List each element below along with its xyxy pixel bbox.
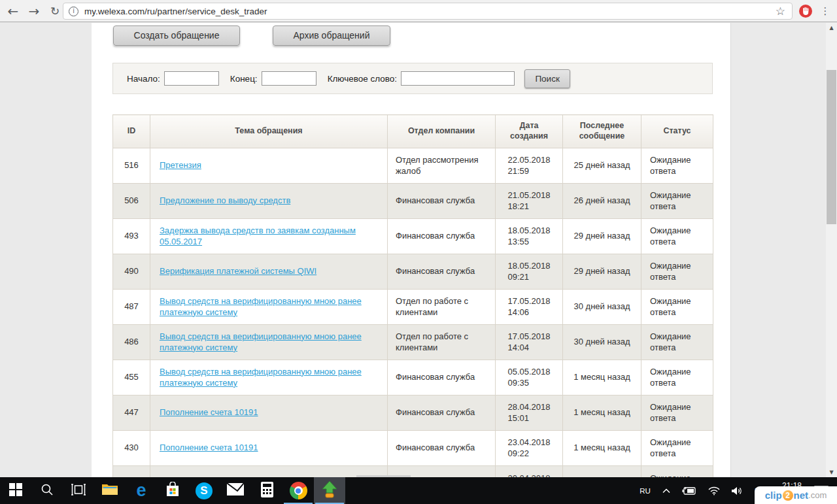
ticket-last-message: 25 дней назад	[563, 148, 641, 184]
ticket-id: 516	[113, 148, 150, 184]
ticket-last-message: 1 месяц назад	[563, 395, 641, 431]
ticket-link[interactable]: Пополнение счета 10191	[160, 443, 258, 452]
search-button[interactable]: Поиск	[524, 69, 570, 88]
ticket-status: Ожидание ответа	[641, 219, 713, 254]
clip2net-icon	[322, 481, 337, 501]
ticket-link[interactable]: Вывод средств на верифицированную мною р…	[160, 296, 362, 317]
page-viewport: Создать обращение Архив обращений Начало…	[0, 23, 837, 477]
start-button[interactable]	[0, 477, 31, 504]
ticket-link[interactable]: Пополнение счета 10191	[160, 407, 258, 417]
battery-icon[interactable]	[676, 477, 702, 504]
ticket-status: Ожидание ответа	[641, 290, 713, 325]
ticket-link[interactable]: Претензия	[160, 160, 201, 170]
forward-icon[interactable]: →	[25, 2, 43, 20]
back-icon[interactable]: ←	[4, 2, 22, 20]
header-id: ID	[113, 115, 150, 148]
task-view-icon	[71, 484, 86, 498]
ticket-status: Ожидание ответа	[641, 184, 713, 219]
ticket-id: 447	[113, 395, 150, 431]
archive-tickets-button[interactable]: Архив обращений	[273, 25, 390, 46]
filter-panel: Начало: Конец: Ключевое слово: Поиск	[112, 63, 713, 94]
watermark-net-text: net	[794, 490, 809, 501]
ticket-date: 17.05.2018	[507, 331, 550, 341]
skype-button[interactable]: S	[188, 477, 220, 504]
ticket-department: Финансовая служба	[388, 184, 496, 219]
bookmark-star-icon[interactable]: ☆	[776, 5, 785, 18]
edge-button[interactable]: e	[126, 477, 157, 504]
table-row: 20.04.2018 Ожидание ответа	[113, 466, 713, 478]
ticket-time: 09:21	[507, 272, 529, 282]
ticket-department: Финансовая служба	[388, 360, 496, 395]
watermark-two-badge: 2	[783, 490, 793, 501]
create-ticket-button[interactable]: Создать обращение	[113, 25, 240, 46]
ticket-status: Ожидание ответа	[641, 360, 713, 395]
keyword-input[interactable]	[401, 71, 515, 86]
taskbar-search-button[interactable]	[31, 477, 63, 504]
mail-button[interactable]	[220, 477, 251, 504]
page-info-icon[interactable]: i	[69, 7, 78, 16]
ticket-time: 14:04	[507, 343, 529, 352]
ticket-time: 21:59	[507, 166, 529, 176]
browser-menu-icon[interactable]: ⋮	[820, 3, 830, 19]
ticket-last-message: 26 дней назад	[563, 184, 641, 219]
ticket-link[interactable]: Предложение по выводу средств	[160, 195, 290, 205]
store-button[interactable]	[157, 477, 188, 504]
ticket-date: 05.05.2018	[507, 367, 550, 377]
ticket-last-message	[563, 466, 641, 478]
table-header-row: ID Тема обращения Отдел компании Дата со…	[113, 115, 713, 148]
end-date-input[interactable]	[262, 71, 316, 86]
adblock-extension-icon[interactable]	[799, 5, 812, 18]
scroll-down-icon[interactable]: ▼	[826, 467, 837, 477]
ticket-id: 486	[113, 325, 150, 360]
keyword-label: Ключевое слово:	[328, 74, 397, 84]
tray-flag-label[interactable]: RU	[634, 477, 657, 504]
address-bar[interactable]: i my.welexa.com/ru/partner/service_desk_…	[63, 3, 793, 20]
start-date-input[interactable]	[164, 71, 219, 86]
ticket-last-message: 1 месяц назад	[563, 360, 641, 395]
header-status: Статус	[641, 115, 713, 148]
table-row: 516 Претензия Отдел рассмотрения жалоб 2…	[113, 148, 713, 184]
ticket-date: 18.05.2018	[507, 261, 550, 271]
header-date: Дата создания	[496, 115, 563, 148]
ticket-department: Финансовая служба	[388, 431, 496, 466]
chrome-icon	[290, 482, 307, 499]
skype-icon: S	[196, 482, 213, 499]
table-row: 506 Предложение по выводу средств Финанс…	[113, 184, 713, 219]
volume-icon[interactable]	[726, 477, 749, 504]
scrollbar-thumb[interactable]	[827, 70, 836, 224]
ticket-link[interactable]: Верификация платежной системы QIWI	[160, 266, 316, 276]
ticket-link[interactable]: Вывод средств на верифицированную мною р…	[160, 331, 362, 352]
url-text[interactable]: my.welexa.com/ru/partner/service_desk_tr…	[84, 7, 776, 16]
edge-icon: e	[136, 482, 146, 499]
ticket-id: 493	[113, 219, 150, 254]
reload-icon[interactable]: ↻	[46, 2, 64, 20]
vertical-scrollbar[interactable]: ▲ ▼	[826, 23, 837, 477]
ticket-department: Отдел по работе с клиентами	[388, 290, 496, 325]
ticket-id: 430	[113, 431, 150, 466]
file-explorer-button[interactable]	[94, 477, 126, 504]
ticket-link[interactable]: Вывод средств на верифицированную мною р…	[160, 367, 362, 388]
ticket-last-message: 30 дней назад	[563, 325, 641, 360]
ticket-time: 13:55	[507, 237, 529, 246]
ticket-status: Ожидание ответа	[641, 148, 713, 184]
chevron-up-icon[interactable]	[657, 477, 676, 504]
tickets-table: ID Тема обращения Отдел компании Дата со…	[112, 114, 713, 477]
task-view-button[interactable]	[63, 477, 94, 504]
header-topic: Тема обращения	[150, 115, 388, 148]
ticket-id: 506	[113, 184, 150, 219]
ticket-status: Ожидание ответа	[641, 431, 713, 466]
chrome-button[interactable]	[282, 477, 314, 504]
clip2net-button[interactable]	[314, 477, 345, 504]
calculator-icon	[261, 482, 273, 500]
ticket-department: Финансовая служба	[388, 254, 496, 290]
mail-icon	[227, 483, 244, 498]
ticket-link[interactable]: Задержка вывода средств по заявкам созда…	[160, 226, 356, 246]
ticket-department: Отдел рассмотрения жалоб	[388, 148, 496, 184]
taskbar: e S	[0, 477, 837, 504]
file-explorer-icon	[101, 482, 118, 499]
wifi-icon[interactable]	[702, 477, 726, 504]
ticket-id	[113, 466, 150, 478]
scroll-up-icon[interactable]: ▲	[826, 23, 837, 33]
calculator-button[interactable]	[251, 477, 282, 504]
ticket-time: 14:06	[507, 307, 529, 317]
